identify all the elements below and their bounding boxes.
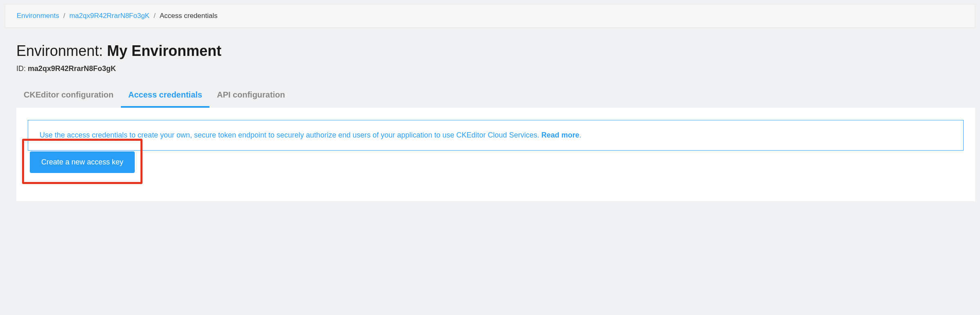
- tabs: CKEditor configuration Access credential…: [16, 84, 980, 108]
- page-id-label: ID:: [16, 64, 28, 73]
- page-header: Environment: My Environment ID: ma2qx9R4…: [0, 28, 980, 73]
- tab-access-credentials[interactable]: Access credentials: [121, 84, 209, 108]
- page-title: Environment: My Environment: [16, 42, 975, 60]
- page-id: ID: ma2qx9R42RrarN8Fo3gK: [16, 64, 975, 73]
- breadcrumb-separator: /: [63, 12, 65, 20]
- info-text: Use the access credentials to create you…: [40, 131, 541, 139]
- breadcrumb-separator: /: [154, 12, 156, 20]
- content-panel: Use the access credentials to create you…: [16, 108, 975, 201]
- highlight-frame: Create a new access key: [22, 139, 143, 184]
- breadcrumb-link-environment-id[interactable]: ma2qx9R42RrarN8Fo3gK: [69, 12, 150, 20]
- tab-api-configuration[interactable]: API configuration: [209, 84, 292, 108]
- create-access-key-button[interactable]: Create a new access key: [30, 151, 135, 173]
- breadcrumb-current: Access credentials: [160, 12, 218, 20]
- breadcrumb: Environments / ma2qx9R42RrarN8Fo3gK / Ac…: [5, 4, 975, 28]
- page-title-prefix: Environment:: [16, 42, 107, 59]
- page-title-name: My Environment: [107, 42, 221, 59]
- tab-ckeditor-configuration[interactable]: CKEditor configuration: [16, 84, 121, 108]
- breadcrumb-link-environments[interactable]: Environments: [17, 12, 59, 20]
- page-id-value: ma2qx9R42RrarN8Fo3gK: [28, 64, 116, 73]
- info-box: Use the access credentials to create you…: [28, 120, 964, 151]
- info-period: .: [579, 131, 581, 139]
- read-more-link[interactable]: Read more: [541, 131, 579, 139]
